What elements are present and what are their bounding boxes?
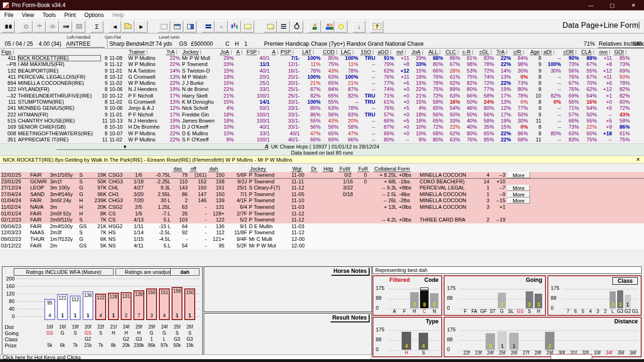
- runner-row[interactable]: 411NICK ROCKETT(IRE)811-08W P Mullins22%…: [1, 55, 643, 61]
- runner-row[interactable]: --32THREEUNDERTHRUFIVE(IRE)1010-12P F Ni…: [1, 93, 643, 99]
- type-chart: Type175880HS44: [372, 317, 442, 357]
- notes-button[interactable]: [241, 21, 254, 33]
- next-race-button[interactable]: ▶: [135, 21, 148, 33]
- more-button[interactable]: More: [507, 185, 530, 191]
- sum-button[interactable]: Σ: [91, 21, 103, 33]
- umbrella-button[interactable]: ☂: [33, 21, 46, 33]
- runner-row[interactable]: 008MEETINGOFTHEWATERS(IRE)810-07W P Mull…: [1, 131, 643, 137]
- race-time[interactable]: 4.00 (34): [39, 41, 61, 47]
- prize-value: £500000: [191, 41, 213, 47]
- result-notes-box[interactable]: Result Notes: [204, 313, 372, 355]
- confidence-pct: 71%: [584, 41, 595, 47]
- result-notes-button[interactable]: Result Notes: [330, 314, 370, 322]
- close-icon[interactable]: ✕: [636, 156, 640, 163]
- runner-row[interactable]: 169SENIOR CHIEF(GB)810-10H De Bromhe15%D…: [1, 124, 643, 130]
- list-button[interactable]: [277, 21, 290, 33]
- search-button[interactable]: [20, 21, 33, 33]
- card-view-button[interactable]: [184, 21, 197, 33]
- form-row[interactable]: 02/12/23FAIR2m5f110yS7KCS4/135.L103-1225…: [1, 217, 644, 223]
- runner-row[interactable]: 351APPRECIATE IT(IRE)1111-02W P Mullins2…: [1, 137, 643, 143]
- cap-button[interactable]: [46, 21, 59, 33]
- runner-row[interactable]: --P8I AM MAXIMUS(FR)911-12W P Mullins22%…: [1, 61, 643, 67]
- runner-row[interactable]: 111STUMPTOWN(IRE)811-02G Cromwell13%K M …: [1, 99, 643, 105]
- chart-button[interactable]: [228, 21, 241, 33]
- jockey-stats-button[interactable]: [308, 21, 321, 33]
- menu-options[interactable]: Options: [80, 11, 108, 19]
- maximize-icon[interactable]: ▢: [602, 0, 623, 10]
- runner-row[interactable]: 132BEAUPORT(IRE)911-01N A Twiston14%S Tw…: [1, 68, 643, 74]
- rating-bar: 1514: [159, 288, 170, 320]
- grid-view-button[interactable]: [157, 21, 170, 33]
- find-button[interactable]: [2, 21, 15, 33]
- form-row[interactable]: 01/01/24FAIR2m5f 92yH8KCS1/5-7.L26-128+2…: [1, 211, 644, 217]
- bulb-icon: [339, 24, 344, 29]
- runner-row[interactable]: 894MINELLA COCOONER(IRE)911-02W P Mullin…: [1, 80, 643, 86]
- form-row[interactable]: 12/03/23NAAS2m3fS7KHS1/14-2.5L92-11211/8…: [1, 230, 644, 236]
- form-row[interactable]: 01/04/24FAIR3m5f 24yH239KCHG37/2030 L214…: [1, 197, 644, 204]
- line-form-button[interactable]: [202, 21, 215, 33]
- more-button[interactable]: More: [507, 197, 530, 204]
- menu-help[interactable]: Help: [108, 11, 128, 19]
- course-field[interactable]: AINTREE: [66, 41, 105, 48]
- data-grid-button[interactable]: [171, 21, 183, 33]
- download-button[interactable]: ↓: [353, 21, 365, 33]
- menu-print[interactable]: Print: [60, 11, 80, 19]
- tips-button[interactable]: [335, 21, 347, 33]
- pages-button[interactable]: [264, 21, 277, 33]
- list-icon: [281, 24, 286, 25]
- runner-row[interactable]: 411PERCEVAL LEGALLOIS(FR)810-12G Cromwel…: [1, 74, 643, 80]
- help-icon: ?: [373, 23, 381, 30]
- chart-mode-button[interactable]: Ratings INCLUDE WFA (Mature): [14, 268, 114, 276]
- rating-bar: 1501: [184, 288, 195, 320]
- chart-mode-button[interactable]: dah: [170, 268, 199, 276]
- runner-row[interactable]: 122HYLAND(FR)810-06N J Henders19%N de Bo…: [1, 86, 643, 92]
- sigma-icon: Σ: [95, 23, 99, 30]
- runner-row[interactable]: 222HITMAN(FR)911-01P F Nicholl17%Freddie…: [1, 112, 643, 118]
- handed-label: Left-Handed: [67, 35, 91, 40]
- distance-value: 4m2f 74 yds: [141, 41, 172, 47]
- menu-file[interactable]: File: [0, 11, 17, 19]
- y-tick: 80: [3, 298, 15, 304]
- save-icon: [76, 24, 82, 29]
- divider: [107, 37, 107, 48]
- menu-tools[interactable]: Tools: [38, 11, 60, 19]
- title-bar: Pro Form-Book v34.4 — ▢ ✕: [0, 0, 644, 10]
- note-icon: [244, 24, 251, 29]
- save-button[interactable]: [73, 21, 85, 33]
- form-row[interactable]: 27/04/24SAND3m4f146yG96KCH13/202.55L8614…: [1, 191, 644, 198]
- axis-row-label: Dist: [5, 324, 14, 330]
- chart-title[interactable]: Class: [612, 277, 638, 285]
- more-button[interactable]: More: [507, 191, 530, 197]
- minimize-icon[interactable]: —: [580, 0, 602, 10]
- prev-race-button[interactable]: ◀: [108, 21, 121, 33]
- form-row[interactable]: 03/12/22FAIR2mGS5KNS4/115.L54-955/2FMr P…: [1, 243, 644, 249]
- horse-notes-button[interactable]: Horse Notes: [331, 268, 370, 276]
- close-icon[interactable]: ✕: [623, 0, 644, 10]
- bends-value: Sharp Bends: [109, 41, 142, 47]
- help-button[interactable]: ?: [371, 21, 383, 33]
- open-button[interactable]: [122, 21, 134, 33]
- data-grid-icon: [174, 24, 181, 29]
- horse-notes-box[interactable]: Horse Notes: [204, 266, 372, 312]
- text-caret: [639, 22, 639, 29]
- runner-row[interactable]: 515CHANTRY HOUSE(IRE)1110-13N J Henders1…: [1, 118, 643, 124]
- form-row[interactable]: 23/01/25GOWR3m1fS50KCHG31/18-2.25L110152…: [1, 179, 644, 185]
- window-title: Pro Form-Book v34.4: [12, 2, 66, 8]
- shift-left-button[interactable]: «: [215, 21, 228, 33]
- menu-view[interactable]: View: [17, 11, 38, 19]
- form-row[interactable]: 09/02/23THUR1m7f132yG6KNS1/15-4.5L--121+…: [1, 236, 644, 243]
- form-row[interactable]: 22/02/25FAIR3m1f165yS19KCSG31/6-0.75L79(…: [1, 172, 644, 179]
- axis-row-label: Going: [5, 330, 18, 336]
- sig-button[interactable]: SIG: [632, 41, 644, 48]
- form-row[interactable]: 27/12/24LEOP3m 100yG97KCHL4/279.3L143150…: [1, 185, 644, 191]
- race-date[interactable]: 05 / 04 / 25: [5, 41, 33, 47]
- app-window: Pro Form-Book v34.4 — ▢ ✕ File View Tool…: [0, 0, 644, 362]
- pin-button[interactable]: [59, 21, 72, 33]
- timer-button[interactable]: [290, 21, 303, 33]
- trainer-stats-button[interactable]: [322, 21, 334, 33]
- card-icon: [187, 24, 194, 29]
- runner-row[interactable]: 241MONBEG GENIUS(IRE)910-06Jonjo & A J12…: [1, 105, 643, 111]
- more-button[interactable]: More: [507, 172, 530, 178]
- form-row[interactable]: 09/04/23FAIR2m4f100yGS21KHSG21/11-15 L64…: [1, 223, 644, 230]
- form-row[interactable]: 11/02/24NAVA3mH20KCSG22/51.25L63-1316/4P…: [1, 204, 644, 211]
